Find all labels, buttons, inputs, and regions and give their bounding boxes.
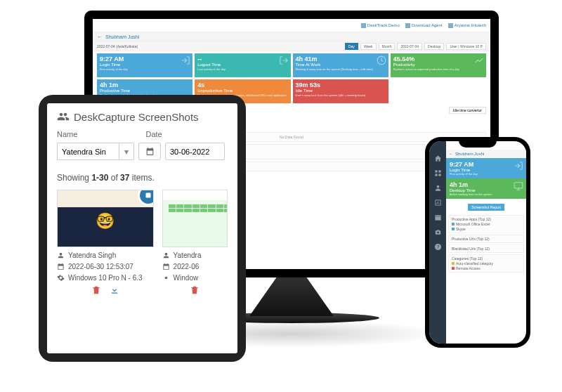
- screenshot-thumb[interactable]: [162, 190, 228, 247]
- user-icon: [57, 251, 65, 259]
- date-input[interactable]: [165, 143, 225, 160]
- camera-icon[interactable]: [434, 226, 442, 234]
- phone-sec-blacklisted: Blacklisted Urls (Top 12): [448, 244, 524, 253]
- range-month[interactable]: Month: [379, 43, 396, 50]
- name-label: Name: [57, 130, 139, 138]
- phone-card-desktop: 4h 1mDesktop TimeActive working time on …: [446, 178, 526, 199]
- back-arrow-icon[interactable]: ←: [449, 152, 453, 156]
- emoji-icon: 🤓: [96, 212, 115, 230]
- login-icon: [181, 55, 190, 65]
- filter-date-picker[interactable]: 2022-07-04: [397, 43, 422, 50]
- clock-icon: [377, 55, 386, 65]
- phone-sec-productive-urls: Productive Urls (Top 12): [448, 235, 524, 243]
- name-input[interactable]: [57, 143, 119, 160]
- breadcrumb: ← Shubham Joshi: [93, 32, 490, 41]
- tablet-frame: DeskCapture ScreenShots Name Date ▾ Show…: [39, 95, 246, 362]
- phone-card-login: 9:27 AMLogin TimeFirst activity of the d…: [446, 158, 526, 178]
- download-icon[interactable]: [110, 285, 119, 295]
- range-day[interactable]: Day: [345, 43, 358, 50]
- calendar-icon[interactable]: [434, 211, 442, 219]
- phone-frame: ? ← Shubham Joshi 9:27 AMLogin TimeFirst…: [425, 137, 530, 348]
- monitor-icon: [514, 181, 523, 191]
- gear-icon: [57, 274, 65, 282]
- logout-icon: [279, 55, 289, 65]
- chart-icon: [474, 55, 484, 65]
- phone-main: ← Shubham Joshi 9:27 AMLogin TimeFirst a…: [446, 141, 526, 344]
- users-icon[interactable]: [434, 182, 442, 190]
- phone-breadcrumb: ← Shubham Joshi: [446, 150, 526, 158]
- card-login-time: 9:27 AMLogin TimeFirst activity of the d…: [97, 53, 192, 77]
- filter-date: 2022-07-04 (Asia/Kolkata): [97, 44, 343, 48]
- name-dropdown-icon[interactable]: ▾: [119, 143, 134, 160]
- idle-convertor-btn[interactable]: Idle time convertor: [449, 107, 486, 114]
- svg-point-8: [437, 232, 439, 234]
- svg-rect-3: [438, 170, 440, 172]
- calendar-icon: [57, 263, 65, 270]
- card-time-at-work: 4h 41mTime At WorkWorking & away time on…: [293, 53, 388, 77]
- select-badge[interactable]: [138, 190, 154, 206]
- card-productivity: 45.54%ProductivitySystem's actual vs exp…: [391, 53, 486, 77]
- svg-rect-1: [145, 193, 150, 198]
- screenshot-thumb[interactable]: 🤓: [57, 190, 154, 247]
- phone-sec-productive-apps: Productive Apps (Top 12) Microsoft Offic…: [448, 215, 524, 233]
- topbar: DeskTrack Demo Download Agent Aryavrat I…: [93, 19, 490, 32]
- breadcrumb-user[interactable]: Shubham Joshi: [105, 34, 139, 39]
- date-label: Date: [146, 130, 228, 138]
- svg-point-6: [436, 185, 439, 188]
- gear-icon: [162, 274, 170, 282]
- filter-bar: 2022-07-04 (Asia/Kolkata) Day Week Month…: [93, 41, 490, 51]
- filter-user[interactable]: User | Windows 10 P: [446, 43, 486, 50]
- company-link[interactable]: Aryavrat Infotech: [448, 23, 486, 28]
- delete-icon[interactable]: [190, 285, 200, 295]
- svg-rect-2: [435, 170, 437, 172]
- svg-rect-4: [435, 174, 437, 176]
- calendar-icon: [162, 263, 170, 270]
- range-week[interactable]: Week: [360, 43, 377, 50]
- meta-user: Yatendra: [162, 251, 228, 259]
- calendar-icon: [145, 147, 155, 156]
- screenshot-report-button[interactable]: Screenshot Report: [468, 204, 504, 211]
- card-logout-time: --Logout TimeLast activity of the day: [195, 53, 290, 77]
- user-icon: [162, 251, 170, 259]
- download-link[interactable]: Download Agent: [405, 23, 443, 28]
- showing-text: Showing 1-30 of 37 items.: [57, 173, 228, 183]
- home-icon[interactable]: [434, 152, 442, 160]
- card-idle-time: 39m 53sIdle TimeUser's away time from th…: [293, 79, 388, 103]
- svg-rect-11: [514, 183, 523, 188]
- tablet-screen: DeskCapture ScreenShots Name Date ▾ Show…: [47, 103, 237, 353]
- screenshot-grid: 🤓 Yatendra Singh 2022-06-30 12:53:07 Win…: [57, 190, 228, 295]
- svg-rect-5: [438, 174, 440, 176]
- demo-link[interactable]: DeskTrack Demo: [361, 23, 400, 28]
- delete-icon[interactable]: [91, 285, 101, 295]
- phone-sec-categories: Categories (Top 12) Auto-classified cate…: [448, 254, 524, 273]
- meta-timestamp: 2022-06-30 12:53:07: [57, 263, 154, 270]
- screenshot-item[interactable]: 🤓 Yatendra Singh 2022-06-30 12:53:07 Win…: [57, 190, 154, 295]
- help-icon[interactable]: ?: [434, 241, 442, 249]
- phone-sidebar: ?: [429, 141, 446, 344]
- apps-icon[interactable]: [434, 167, 442, 175]
- meta-os: Windows 10 Pro N - 6.3: [57, 274, 154, 282]
- calendar-button[interactable]: [138, 143, 161, 160]
- meta-timestamp: 2022-06: [162, 263, 228, 270]
- filter-device[interactable]: Desktop: [424, 43, 444, 50]
- login-icon: [514, 161, 523, 171]
- report-icon[interactable]: [434, 197, 442, 204]
- svg-rect-7: [435, 215, 440, 220]
- screenshot-item[interactable]: Yatendra 2022-06 Window: [162, 190, 228, 295]
- meta-os: Window: [162, 274, 228, 282]
- page-title: DeskCapture ScreenShots: [57, 110, 228, 123]
- users-icon: [57, 110, 70, 123]
- back-arrow-icon[interactable]: ←: [97, 34, 103, 40]
- meta-user: Yatendra Singh: [57, 251, 154, 259]
- svg-text:?: ?: [436, 244, 439, 249]
- phone-screen: ? ← Shubham Joshi 9:27 AMLogin TimeFirst…: [429, 141, 526, 344]
